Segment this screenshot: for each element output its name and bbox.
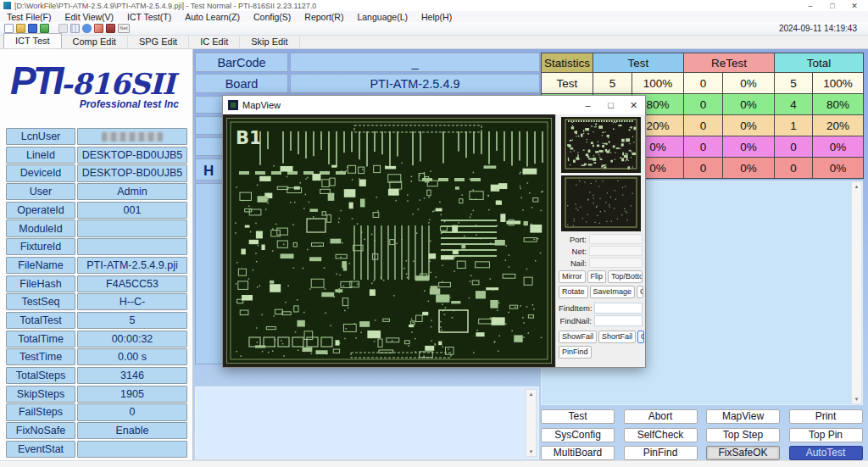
stats-cell: 1	[775, 115, 813, 136]
finditem-input[interactable]	[594, 303, 643, 314]
mapview-minimize-button[interactable]: –	[576, 96, 599, 114]
log-scrollbar[interactable]: ▲ ▼	[526, 389, 537, 457]
net-input[interactable]	[589, 246, 643, 256]
table-row: OperateId001	[6, 202, 187, 219]
shortfail-button[interactable]: ShortFail	[598, 331, 636, 343]
menu-config[interactable]: Config(S)	[253, 12, 291, 22]
rotate-button[interactable]: Rotate	[559, 286, 588, 298]
info-icon[interactable]	[82, 24, 92, 33]
save-all-icon[interactable]	[40, 24, 49, 33]
curve-icon[interactable]	[94, 24, 103, 33]
stats-cell: 5	[775, 73, 813, 94]
pcb-thumbnail-bottom[interactable]	[561, 175, 641, 231]
mirror-button[interactable]: Mirror	[559, 270, 586, 283]
stats-row-label: Test	[542, 73, 593, 94]
clear-button[interactable]: Clear	[637, 331, 644, 343]
top-bottom-button[interactable]: Top/Bottom	[608, 270, 643, 283]
close-button[interactable]: ✕	[849, 2, 860, 10]
showfail-button[interactable]: ShowFail	[559, 331, 597, 343]
result-scrollbar[interactable]: ▲ ▼	[851, 181, 862, 404]
findnail-input[interactable]	[594, 315, 643, 326]
menu-language[interactable]: Language(L)	[357, 12, 408, 22]
pcb-svg: B1	[227, 119, 551, 363]
pcb-thumbnail-top[interactable]	[561, 117, 641, 173]
nail-input[interactable]	[589, 258, 643, 268]
table-row: TotalTime00:00:32	[6, 331, 187, 347]
table-row: FailSteps0	[6, 403, 187, 420]
menu-help[interactable]: Help(H)	[421, 12, 452, 22]
scroll-down-icon[interactable]: ▼	[529, 449, 534, 454]
pinfind-button[interactable]: PinFind	[624, 446, 698, 460]
open-file-icon[interactable]	[16, 24, 25, 33]
table-row: DeviceIdDESKTOP-BD0UJB5	[6, 164, 187, 181]
multiboard-button[interactable]: MultiBoard	[541, 446, 615, 460]
pcb-view-frame: B1	[223, 114, 555, 367]
mapview-title-bar[interactable]: MapView – □ ✕	[223, 96, 645, 114]
top-pin-button[interactable]: Top Pin	[789, 428, 863, 442]
table-row: TotalTest5	[6, 312, 187, 329]
minimize-button[interactable]: –	[805, 2, 815, 10]
saveimage-button[interactable]: SaveImage	[590, 286, 636, 298]
barcode-input[interactable]: _	[290, 53, 540, 72]
stats-header-retest: ReTest	[684, 53, 775, 73]
logo-model: -816SII	[61, 67, 175, 101]
tab-bar: ICT Test Comp Edit SPG Edit IC Edit Skip…	[0, 36, 868, 49]
color-button[interactable]: Color	[637, 286, 643, 298]
mapview-close-button[interactable]: ✕	[622, 96, 645, 114]
top-step-button[interactable]: Top Step	[706, 428, 780, 442]
scroll-up-icon[interactable]: ▲	[854, 184, 860, 189]
mapview-side-panel: Port: Net: Nail: Mirror Flip Top/Bottom …	[555, 114, 645, 367]
abort-button[interactable]: Abort	[624, 409, 698, 424]
menu-test-file[interactable]: Test File(F)	[7, 12, 52, 22]
menu-report[interactable]: Report(R)	[304, 12, 343, 22]
thumb-top-svg	[561, 117, 641, 173]
table-row: TestSeqH--C-	[6, 293, 187, 310]
grid-icon[interactable]	[70, 24, 80, 33]
stats-cell: 0	[684, 136, 723, 158]
pinfind-map-button[interactable]: PinFind	[559, 346, 592, 359]
redacted-value	[77, 128, 187, 145]
fixsafeok-button[interactable]: FixSafeOK	[706, 446, 780, 460]
save-icon[interactable]	[28, 24, 37, 33]
report-icon[interactable]	[58, 24, 68, 33]
port-label: Port:	[559, 235, 589, 244]
stats-cell: 0	[684, 158, 723, 179]
flip-button[interactable]: Flip	[587, 270, 607, 283]
stats-cell: 0	[684, 94, 723, 115]
mapview-maximize-button[interactable]: □	[599, 96, 622, 114]
svg-text:B1: B1	[236, 128, 262, 148]
partial-text-fragment: H	[203, 163, 214, 180]
scroll-down-icon[interactable]: ▼	[854, 397, 860, 402]
menu-auto-learn[interactable]: Auto Learn(Z)	[185, 12, 240, 22]
tab-spg-edit[interactable]: SPG Edit	[128, 35, 189, 48]
toolbar: Net 2024-09-11 14:19:43	[0, 22, 868, 36]
tab-ict-test[interactable]: ICT Test	[3, 33, 62, 48]
new-file-icon[interactable]	[4, 24, 14, 33]
stats-cell: 0%	[723, 115, 775, 136]
port-input[interactable]	[589, 234, 643, 244]
selfcheck-button[interactable]: SelfCheck	[624, 428, 698, 442]
maximize-button[interactable]: □	[827, 2, 837, 10]
pcb-board-view[interactable]: B1	[226, 118, 552, 364]
test-button[interactable]: Test	[541, 409, 615, 424]
tab-ic-edit[interactable]: IC Edit	[189, 35, 240, 48]
menu-edit-view[interactable]: Edit View(V)	[65, 12, 114, 22]
mapview-window: MapView – □ ✕ B1 Port: Net: Nail: Mirror	[222, 95, 646, 368]
autotest-button[interactable]: AutoTest	[789, 446, 863, 460]
sysconfig-button[interactable]: SysConfig	[541, 428, 615, 442]
tab-skip-edit[interactable]: Skip Edit	[240, 35, 299, 48]
table-row: LcnUser	[6, 128, 187, 145]
mapview-button[interactable]: MapView	[706, 409, 780, 424]
menu-ict-test[interactable]: ICT Test(T)	[127, 12, 171, 22]
net-icon[interactable]: Net	[118, 24, 130, 33]
net-label: Net:	[559, 247, 589, 256]
info-table: LcnUser LineIdDESKTOP-BD0UJB5 DeviceIdDE…	[6, 128, 187, 458]
barcode-board-table: BarCode_ BoardPTI-ATM-2.5.4.9	[195, 53, 540, 93]
print-button[interactable]: Print	[789, 409, 863, 424]
log-panel: ▲ ▼	[195, 386, 539, 459]
window-title: [D:\WorkFile\PTI-ATM-2.5.4.9\PTI-ATM-2.5…	[14, 2, 316, 10]
snapshot-icon[interactable]	[106, 24, 115, 33]
tab-comp-edit[interactable]: Comp Edit	[62, 35, 128, 48]
stats-cell: 20%	[813, 115, 864, 136]
scroll-up-icon[interactable]: ▲	[529, 392, 534, 397]
